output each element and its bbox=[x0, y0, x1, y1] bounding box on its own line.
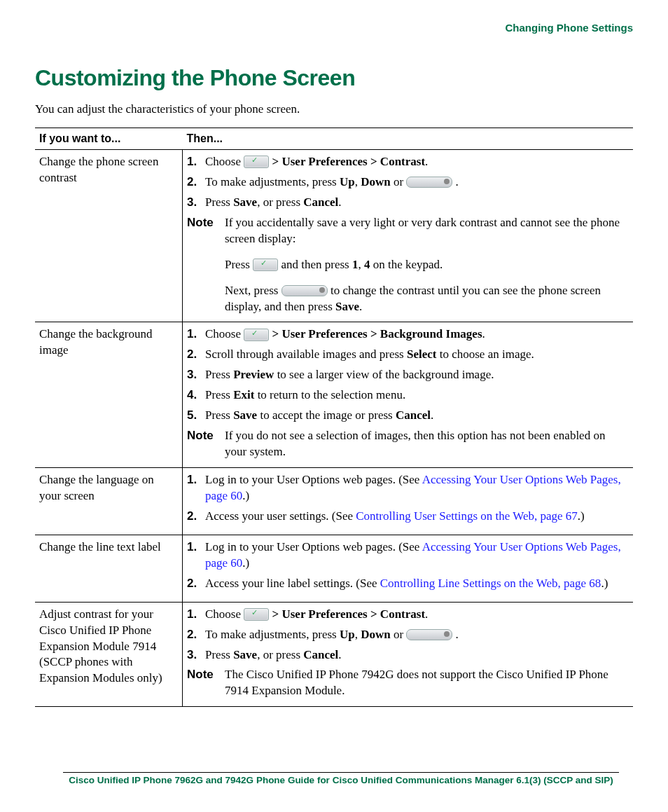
settings-icon bbox=[253, 259, 278, 271]
step-number: 2. bbox=[187, 347, 205, 363]
step-number: 1. bbox=[187, 326, 205, 343]
settings-icon bbox=[244, 156, 269, 168]
instruction-table: If you want to... Then... Change the pho… bbox=[35, 128, 633, 707]
row-content: 1.Choose > User Preferences > Background… bbox=[183, 322, 634, 468]
step-number: 1. bbox=[187, 154, 205, 170]
settings-icon bbox=[244, 329, 269, 341]
note-body: If you accidentally save a very light or… bbox=[225, 215, 629, 317]
link-line-settings[interactable]: Controlling Line Settings on the Web, pa… bbox=[380, 577, 601, 590]
step-text: Press Save to accept the image or press … bbox=[205, 408, 629, 424]
footer-text: Cisco Unified IP Phone 7962G and 7942G P… bbox=[63, 772, 619, 787]
table-row: Change the background image 1.Choose > U… bbox=[35, 322, 633, 468]
row-content: 1.Log in to your User Options web pages.… bbox=[183, 468, 634, 535]
step-number: 2. bbox=[187, 576, 205, 592]
note-block: Note If you do not see a selection of im… bbox=[187, 428, 629, 462]
step-number: 1. bbox=[187, 539, 205, 556]
step-text: Access your line label settings. (See Co… bbox=[205, 576, 629, 592]
note-body: The Cisco Unified IP Phone 7942G does no… bbox=[225, 667, 629, 701]
step-text: Press Preview to see a larger view of th… bbox=[205, 367, 629, 383]
table-row: Change the language on your screen 1.Log… bbox=[35, 468, 633, 535]
step-text: Scroll through available images and pres… bbox=[205, 347, 629, 363]
volume-icon bbox=[406, 177, 452, 188]
step-number: 5. bbox=[187, 408, 205, 424]
step-text: Log in to your User Options web pages. (… bbox=[205, 539, 629, 572]
step-number: 2. bbox=[187, 509, 205, 525]
document-page: Changing Phone Settings Customizing the … bbox=[0, 0, 668, 812]
step-number: 3. bbox=[187, 647, 205, 663]
volume-icon bbox=[406, 629, 452, 640]
step-text: To make adjustments, press Up, Down or . bbox=[205, 627, 629, 643]
table-row: Change the line text label 1.Log in to y… bbox=[35, 535, 633, 602]
step-number: 3. bbox=[187, 367, 205, 383]
step-text: Access your user settings. (See Controll… bbox=[205, 509, 629, 525]
section-header: Changing Phone Settings bbox=[35, 21, 633, 35]
row-content: 1.Log in to your User Options web pages.… bbox=[183, 535, 634, 602]
row-label: Change the phone screen contrast bbox=[35, 149, 183, 322]
step-number: 2. bbox=[187, 627, 205, 643]
note-label: Note bbox=[187, 215, 225, 317]
row-label: Change the background image bbox=[35, 322, 183, 468]
volume-icon bbox=[281, 285, 328, 296]
step-text: Press Exit to return to the selection me… bbox=[205, 387, 629, 404]
intro-text: You can adjust the characteristics of yo… bbox=[35, 102, 633, 118]
table-row: Adjust contrast for your Cisco Unified I… bbox=[35, 602, 633, 707]
row-label: Adjust contrast for your Cisco Unified I… bbox=[35, 602, 183, 707]
note-label: Note bbox=[187, 428, 225, 462]
row-content: 1. Choose > User Preferences > Contrast.… bbox=[183, 149, 634, 322]
row-label: Change the line text label bbox=[35, 535, 183, 602]
step-text: Log in to your User Options web pages. (… bbox=[205, 472, 629, 504]
step-text: Press Save, or press Cancel. bbox=[205, 647, 629, 663]
step-number: 4. bbox=[187, 387, 205, 404]
link-user-settings[interactable]: Controlling User Settings on the Web, pa… bbox=[356, 509, 578, 523]
step-text: Choose > User Preferences > Background I… bbox=[205, 326, 629, 343]
settings-icon bbox=[244, 608, 269, 621]
step-number: 2. bbox=[187, 174, 205, 191]
step-text: Press Save, or press Cancel. bbox=[205, 195, 629, 211]
step-number: 3. bbox=[187, 195, 205, 211]
note-block: Note If you accidentally save a very lig… bbox=[187, 215, 629, 317]
col-header-right: Then... bbox=[183, 128, 634, 150]
table-row: Change the phone screen contrast 1. Choo… bbox=[35, 149, 633, 322]
row-content: 1.Choose > User Preferences > Contrast. … bbox=[183, 602, 634, 707]
step-text: To make adjustments, press Up, Down or . bbox=[205, 174, 629, 191]
page-footer: Cisco Unified IP Phone 7962G and 7942G P… bbox=[0, 772, 668, 787]
note-label: Note bbox=[187, 667, 225, 701]
step-text: Choose > User Preferences > Contrast. bbox=[205, 154, 629, 170]
row-label: Change the language on your screen bbox=[35, 468, 183, 535]
step-number: 1. bbox=[187, 472, 205, 488]
step-text: Choose > User Preferences > Contrast. bbox=[205, 607, 629, 623]
step-number: 1. bbox=[187, 607, 205, 623]
col-header-left: If you want to... bbox=[35, 128, 183, 150]
page-title: Customizing the Phone Screen bbox=[35, 63, 633, 93]
note-body: If you do not see a selection of images,… bbox=[225, 428, 629, 462]
note-block: Note The Cisco Unified IP Phone 7942G do… bbox=[187, 667, 629, 701]
